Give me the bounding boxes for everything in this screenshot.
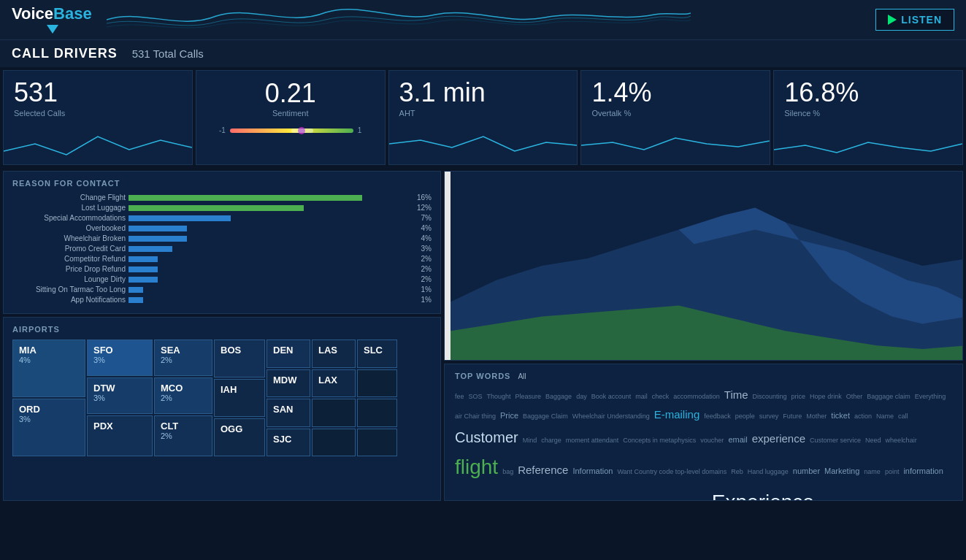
reason-row: Sitting On Tarmac Too Long1% <box>12 285 432 294</box>
metric-card-sentiment: 0.21 Sentiment -1 1 <box>196 70 386 165</box>
reason-bar-container <box>129 297 407 303</box>
reason-bar <box>129 236 187 242</box>
airport-MIA: MIA 4% <box>12 340 85 397</box>
airport-empty4 <box>357 399 397 427</box>
listen-label: LISTEN <box>901 14 942 26</box>
reason-section-title: REASON FOR CONTACT <box>12 179 432 188</box>
reason-bar-container <box>129 256 407 262</box>
overtalk-label: Overtalk % <box>591 109 759 118</box>
logo-arrow-icon <box>47 25 58 34</box>
airports-section: AIRPORTS MIA 4% ORD 3% SFO <box>3 317 441 501</box>
overtalk-sparkline <box>581 129 770 158</box>
airport-empty2 <box>312 429 356 457</box>
reason-bar-container <box>129 195 407 201</box>
airport-SJC: SJC <box>267 429 310 457</box>
reason-bar <box>129 226 187 231</box>
reason-pct: 1% <box>410 285 432 294</box>
logo-voice: Voice <box>12 4 53 23</box>
listen-button[interactable]: LISTEN <box>875 9 954 31</box>
reason-label: Lost Luggage <box>12 204 126 212</box>
reason-pct: 2% <box>410 265 432 273</box>
airport-SFO: SFO 3% <box>87 340 153 376</box>
reason-label: Wheelchair Broken <box>12 234 126 242</box>
reason-row: Wheelchair Broken4% <box>12 234 432 242</box>
sentiment-slider: -1 1 <box>219 126 361 134</box>
reason-section: REASON FOR CONTACT Change Flight16%Lost … <box>3 171 441 314</box>
reason-bar <box>129 205 304 211</box>
airport-DTW: DTW 3% <box>87 377 153 414</box>
reason-label: App Notifications <box>12 296 126 304</box>
airport-LAS: LAS <box>312 340 356 368</box>
reason-label: Promo Credit Card <box>12 245 126 253</box>
silence-value: 16.8% <box>784 78 952 107</box>
reason-pct: 4% <box>410 224 432 232</box>
slider-track <box>230 129 353 133</box>
metric-card-silence: 16.8% Silence % <box>773 70 963 165</box>
sentiment-min: -1 <box>219 126 226 134</box>
reason-bar-container <box>129 287 407 293</box>
reason-bar-container <box>129 236 407 242</box>
reason-label: Special Accommodations <box>12 214 126 222</box>
reason-bar-container <box>129 226 407 231</box>
reasons-container: Change Flight16%Lost Luggage12%Special A… <box>12 193 432 304</box>
reason-row: Promo Credit Card3% <box>12 245 432 253</box>
reason-bar-container <box>129 277 407 283</box>
reason-row: Special Accommodations7% <box>12 214 432 222</box>
reason-bar <box>129 287 143 293</box>
reason-label: Price Drop Refund <box>12 265 126 273</box>
call-drivers-title: CALL DRIVERS <box>12 46 118 61</box>
airport-SLC: SLC <box>357 340 397 368</box>
reason-pct: 3% <box>410 245 432 253</box>
airport-DEN: DEN <box>267 340 310 368</box>
reason-label: Competitor Refund <box>12 255 126 263</box>
airport-OGG: OGG <box>214 418 265 456</box>
sentiment-max: 1 <box>358 126 362 134</box>
reason-bar <box>129 297 143 303</box>
reason-bar-container <box>129 246 407 252</box>
reason-bar-container <box>129 266 407 272</box>
reason-bar <box>129 266 158 272</box>
airport-IAH: IAH <box>214 379 265 417</box>
reason-label: Change Flight <box>12 193 126 202</box>
logo-base: Base <box>53 4 92 23</box>
airport-MDW: MDW <box>267 369 310 398</box>
reason-label: Lounge Dirty <box>12 275 126 283</box>
reason-row: Lounge Dirty2% <box>12 275 432 283</box>
metric-card-overtalk: 1.4% Overtalk % <box>580 70 770 165</box>
reason-pct: 7% <box>410 214 432 222</box>
selected-calls-label: Selected Calls <box>14 109 182 118</box>
reason-pct: 2% <box>410 255 432 263</box>
right-panel: TOP WORDS All fee SOS Thought Pleasure B… <box>444 171 963 501</box>
reason-row: Change Flight16% <box>12 193 432 202</box>
metric-card-selected-calls: 531 Selected Calls <box>3 70 193 165</box>
reason-bar <box>129 256 158 262</box>
reason-row: Lost Luggage12% <box>12 204 432 212</box>
top-words-title: TOP WORDS <box>455 372 510 380</box>
airport-LAX: LAX <box>312 369 356 398</box>
header: VoiceBase LISTEN <box>0 0 966 40</box>
wave-visualization <box>107 1 862 38</box>
metrics-row: 531 Selected Calls 0.21 Sentiment -1 1 3… <box>0 67 966 168</box>
reason-bar <box>129 215 231 221</box>
airport-SEA: SEA 2% <box>154 340 212 376</box>
sentiment-value: 0.21 <box>265 78 316 109</box>
reason-label: Sitting On Tarmac Too Long <box>12 285 126 294</box>
aht-sparkline <box>389 129 578 158</box>
reason-pct: 4% <box>410 234 432 242</box>
selected-calls-sparkline <box>4 129 192 158</box>
aht-value: 3.1 min <box>399 78 567 107</box>
airports-title: AIRPORTS <box>12 325 432 334</box>
airport-PDX: PDX <box>87 415 153 456</box>
call-drivers-header: CALL DRIVERS 531 Total Calls <box>0 40 966 67</box>
slider-thumb <box>291 129 313 133</box>
top-words-header: TOP WORDS All <box>455 372 952 380</box>
silence-sparkline <box>774 129 962 158</box>
metric-card-aht: 3.1 min AHT <box>388 70 578 165</box>
chart-area <box>444 171 963 361</box>
aht-label: AHT <box>399 109 567 118</box>
sentiment-label: Sentiment <box>272 109 309 118</box>
reason-pct: 12% <box>410 204 432 212</box>
logo: VoiceBase <box>12 6 92 34</box>
airport-CLT: CLT 2% <box>154 415 212 456</box>
main-content: REASON FOR CONTACT Change Flight16%Lost … <box>0 168 966 504</box>
